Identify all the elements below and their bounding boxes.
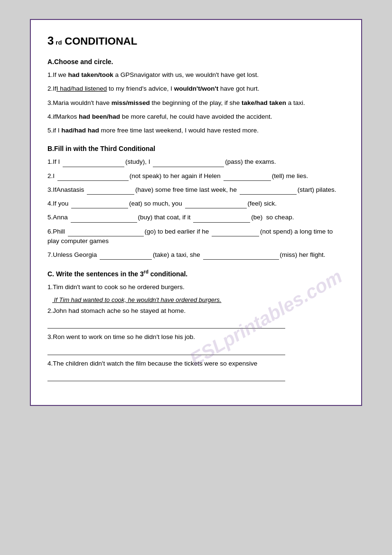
section-c-exercise-3-blank <box>47 347 285 355</box>
section-c-exercise-2-blank <box>47 320 285 329</box>
section-a-line-3: 3.Maria wouldn't have miss/missed the be… <box>47 98 345 108</box>
section-b-line-6: 6.Phill (go) to bed earlier if he (not s… <box>47 227 345 246</box>
section-a-line-5: 5.if I had/had had more free time last w… <box>47 126 345 135</box>
blank-b3-2 <box>240 187 297 195</box>
title-number: 3 <box>47 34 54 47</box>
worksheet: 3rd CONDITIONAL A.Choose and circle. 1.I… <box>30 19 362 406</box>
section-b-line-2: 2.I (not speak) to her again if Helen (t… <box>47 171 345 181</box>
blank-b2-2 <box>224 173 271 181</box>
blank-b1-1 <box>63 160 124 167</box>
section-c-exercise-2-prompt: 2.John had stomach ache so he stayed at … <box>47 306 345 316</box>
blank-b2-1 <box>57 173 129 181</box>
section-c-exercise-4-blank <box>47 373 285 381</box>
section-b-line-3: 3.IfAnastasis (have) some free time last… <box>47 185 345 195</box>
section-a-line-2: 2.IfI had/had listened to my friend's ad… <box>47 84 345 94</box>
blank-b4-2 <box>185 201 247 208</box>
section-c: C. Write the sentences in the 3rd condit… <box>47 269 345 381</box>
section-b: B.Fill in with the Third Conditional 1.I… <box>47 145 345 260</box>
section-b-heading: B.Fill in with the Third Conditional <box>47 145 345 152</box>
section-a-heading: A.Choose and circle. <box>47 58 345 66</box>
section-c-exercise-1-prompt: 1.Tim didn't want to cook so he ordered … <box>47 282 345 292</box>
blank-b7-2 <box>203 252 279 260</box>
title-text: CONDITIONAL <box>65 35 137 47</box>
section-c-exercise-1-answer: If Tim had wanted to cook, he wouldn't h… <box>52 296 345 303</box>
blank-b5-1 <box>71 215 137 223</box>
blank-b5-2 <box>193 215 250 223</box>
blank-b6-1 <box>68 229 144 236</box>
blank-b1-2 <box>153 160 224 167</box>
section-b-line-7: 7.Unless Georgia (take) a taxi, she (mis… <box>47 250 345 260</box>
section-c-heading: C. Write the sentences in the 3rd condit… <box>47 269 345 278</box>
blank-b7-1 <box>100 252 152 260</box>
blank-b4-1 <box>71 201 128 208</box>
section-a: A.Choose and circle. 1.If we had taken/t… <box>47 58 345 135</box>
section-b-line-4: 4.If you (eat) so much, you (feel) sick. <box>47 199 345 208</box>
title-superscript: rd <box>56 39 62 46</box>
section-a-line-1: 1.If we had taken/took a GPSnavigator wi… <box>47 70 345 80</box>
blank-b6-2 <box>212 229 259 236</box>
section-c-exercise-3-prompt: 3.Ron went to work on time so he didn't … <box>47 332 345 342</box>
section-b-line-1: 1.If I (study), I (pass) the exams. <box>47 157 345 167</box>
worksheet-title: 3rd CONDITIONAL <box>47 34 345 47</box>
section-a-line-4: 4.ifMarkos had been/had be more careful,… <box>47 112 345 122</box>
section-c-exercise-4-prompt: 4.The children didn't watch the film bec… <box>47 359 345 368</box>
section-c-superscript: rd <box>144 269 149 274</box>
blank-b3-1 <box>87 187 134 195</box>
section-b-line-5: 5.Anna (buy) that coat, if it (be) so ch… <box>47 213 345 222</box>
